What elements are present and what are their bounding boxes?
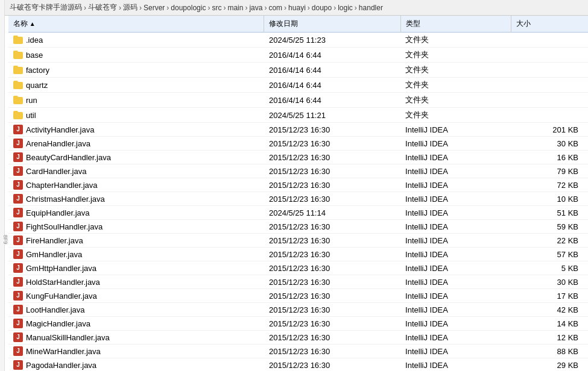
breadcrumb-sep-6: › (245, 4, 247, 12)
folder-row[interactable]: factory 2016/4/14 6:44 文件夹 (8, 63, 588, 78)
folder-row[interactable]: base 2016/4/14 6:44 文件夹 (8, 48, 588, 63)
java-icon (13, 152, 23, 162)
file-size-cell: 72 KB (511, 178, 588, 192)
breadcrumb-item-8[interactable]: com (268, 4, 282, 12)
file-row[interactable]: PagodaHandler.java 2015/12/23 16:30 Inte… (8, 358, 588, 372)
left-strip: 8F9 (0, 0, 5, 371)
file-table: 名称 修改日期 类型 大小 .idea 2024/5/25 11:23 文件夹 … (8, 16, 588, 371)
file-row[interactable]: EquipHandler.java 2024/5/25 11:14 Intell… (8, 206, 588, 220)
file-row[interactable]: FightSoulHandler.java 2015/12/23 16:30 I… (8, 220, 588, 234)
folder-size-cell (511, 33, 588, 48)
java-icon (13, 305, 23, 314)
file-name-cell: ChapterHandler.java (8, 178, 264, 192)
file-size-cell: 88 KB (511, 344, 588, 358)
file-date-cell: 2024/5/25 11:14 (264, 206, 400, 220)
file-row[interactable]: BeautyCardHandler.java 2015/12/23 16:30 … (8, 151, 588, 164)
breadcrumb-sep-5: › (223, 4, 226, 12)
file-size-cell: 79 KB (511, 164, 588, 178)
file-type-cell: IntelliJ IDEA (400, 137, 511, 151)
folder-name-cell: base (8, 48, 264, 63)
breadcrumb-item-3[interactable]: Server (144, 4, 165, 12)
breadcrumb-item-7[interactable]: java (249, 4, 262, 12)
breadcrumb-sep-4: › (207, 4, 210, 12)
folder-row[interactable]: run 2016/4/14 6:44 文件夹 (8, 93, 588, 108)
file-row[interactable]: MagicHandler.java 2015/12/23 16:30 Intel… (8, 317, 588, 331)
file-date-cell: 2015/12/23 16:30 (264, 137, 400, 151)
file-size-cell: 30 KB (511, 275, 588, 289)
java-icon (13, 277, 23, 287)
file-row[interactable]: GmHttpHandler.java 2015/12/23 16:30 Inte… (8, 261, 588, 275)
file-type-cell: IntelliJ IDEA (400, 220, 511, 234)
file-row[interactable]: ChapterHandler.java 2015/12/23 16:30 Int… (8, 178, 588, 192)
file-size-cell: 5 KB (511, 261, 588, 275)
folder-type-cell: 文件夹 (400, 93, 511, 108)
folder-row[interactable]: util 2024/5/25 11:21 文件夹 (8, 108, 588, 123)
file-row[interactable]: KungFuHandler.java 2015/12/23 16:30 Inte… (8, 289, 588, 303)
file-row[interactable]: ActivityHandler.java 2015/12/23 16:30 In… (8, 123, 588, 137)
file-type-cell: IntelliJ IDEA (400, 275, 511, 289)
scroll-body[interactable]: 名称 修改日期 类型 大小 .idea 2024/5/25 11:23 文件夹 … (8, 16, 588, 371)
file-date-cell: 2015/12/23 16:30 (264, 248, 400, 261)
folder-type-cell: 文件夹 (400, 33, 511, 48)
folder-row[interactable]: .idea 2024/5/25 11:23 文件夹 (8, 33, 588, 48)
file-row[interactable]: ArenaHandler.java 2015/12/23 16:30 Intel… (8, 137, 588, 151)
file-name-cell: EquipHandler.java (8, 206, 264, 220)
breadcrumb-item-12[interactable]: handler (359, 4, 383, 12)
file-name: ManualSkillHandler.java (26, 333, 110, 342)
breadcrumb-item-9[interactable]: huayi (288, 4, 306, 12)
file-row[interactable]: GmHandler.java 2015/12/23 16:30 IntelliJ… (8, 248, 588, 261)
folder-icon (13, 66, 23, 74)
breadcrumb-item-2[interactable]: 源码 (123, 2, 138, 13)
file-type-cell: IntelliJ IDEA (400, 303, 511, 317)
folder-size-cell (511, 78, 588, 93)
file-name-cell: MineWarHandler.java (8, 344, 264, 358)
breadcrumb-item-0[interactable]: 斗破苍穹卡牌手游源码 (10, 2, 82, 13)
file-date-cell: 2015/12/23 16:30 (264, 289, 400, 303)
java-icon (13, 208, 23, 217)
file-size-cell: 201 KB (511, 123, 588, 137)
breadcrumb-item-11[interactable]: logic (338, 4, 353, 12)
breadcrumb-item-6[interactable]: main (227, 4, 243, 12)
file-size-cell: 12 KB (511, 331, 588, 344)
file-row[interactable]: LootHandler.java 2015/12/23 16:30 Intell… (8, 303, 588, 317)
file-row[interactable]: FireHandler.java 2015/12/23 16:30 Intell… (8, 234, 588, 248)
file-row[interactable]: CardHandler.java 2015/12/23 16:30 Intell… (8, 164, 588, 178)
file-type-cell: IntelliJ IDEA (400, 289, 511, 303)
folder-icon (13, 36, 23, 44)
file-type-cell: IntelliJ IDEA (400, 151, 511, 164)
file-type-cell: IntelliJ IDEA (400, 178, 511, 192)
folder-date-cell: 2016/4/14 6:44 (264, 63, 400, 78)
breadcrumb-item-5[interactable]: src (212, 4, 221, 12)
file-name: CardHandler.java (26, 167, 86, 176)
file-name-cell: ActivityHandler.java (8, 123, 264, 137)
file-date-cell: 2015/12/23 16:30 (264, 178, 400, 192)
file-name-cell: GmHandler.java (8, 248, 264, 261)
file-type-cell: IntelliJ IDEA (400, 234, 511, 248)
folder-date-cell: 2016/4/14 6:44 (264, 78, 400, 93)
col-header-name[interactable]: 名称 (8, 16, 264, 33)
file-type-cell: IntelliJ IDEA (400, 164, 511, 178)
file-size-cell: 59 KB (511, 220, 588, 234)
breadcrumb-item-10[interactable]: doupo (312, 4, 332, 12)
file-name-cell: KungFuHandler.java (8, 289, 264, 303)
breadcrumb-sep-3: › (166, 4, 169, 12)
file-row[interactable]: MineWarHandler.java 2015/12/23 16:30 Int… (8, 344, 588, 358)
folder-type-cell: 文件夹 (400, 63, 511, 78)
file-size-cell: 14 KB (511, 317, 588, 331)
col-header-size[interactable]: 大小 (511, 16, 588, 33)
java-icon (13, 166, 23, 176)
file-row[interactable]: HoldStarHandler.java 2015/12/23 16:30 In… (8, 275, 588, 289)
file-row[interactable]: ManualSkillHandler.java 2015/12/23 16:30… (8, 331, 588, 344)
folder-name-cell: factory (8, 63, 264, 78)
col-header-type[interactable]: 类型 (400, 16, 511, 33)
file-row[interactable]: ChristmasHandler.java 2015/12/23 16:30 I… (8, 192, 588, 206)
breadcrumb-item-4[interactable]: doupologic (171, 4, 206, 12)
breadcrumb-item-1[interactable]: 斗破苍穹 (88, 2, 117, 13)
col-header-date[interactable]: 修改日期 (264, 16, 400, 33)
folder-name: quartz (26, 81, 48, 90)
folder-name: .idea (26, 36, 43, 45)
folder-row[interactable]: quartz 2016/4/14 6:44 文件夹 (8, 78, 588, 93)
file-name: BeautyCardHandler.java (26, 153, 111, 162)
file-list-container: 名称 修改日期 类型 大小 .idea 2024/5/25 11:23 文件夹 … (0, 16, 588, 371)
file-name-cell: BeautyCardHandler.java (8, 151, 264, 164)
